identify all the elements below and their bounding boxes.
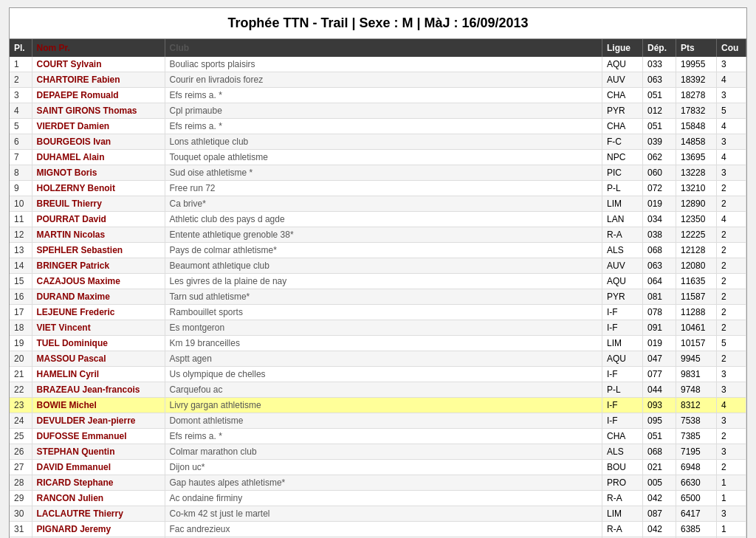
- table-row: 6BOURGEOIS IvanLons athletique clubF-C03…: [10, 134, 746, 150]
- table-cell: 27: [10, 460, 32, 475]
- table-cell: 068: [643, 243, 676, 258]
- header-cou: Cou: [717, 39, 746, 57]
- table-cell: R-A: [602, 491, 643, 506]
- table-cell: 8: [10, 165, 32, 181]
- table-cell: 4: [717, 150, 746, 165]
- table-cell: LIM: [602, 336, 643, 351]
- table-cell: 012: [643, 103, 676, 119]
- table-row: 1COURT SylvainBouliac sports plaisirsAQU…: [10, 57, 746, 72]
- table-cell: 10: [10, 196, 32, 212]
- athlete-name: BRAZEAU Jean-francois: [32, 382, 165, 398]
- table-cell: 9748: [676, 382, 717, 398]
- table-cell: 2: [717, 429, 746, 444]
- table-cell: 2: [717, 351, 746, 367]
- table-cell: 13: [10, 243, 32, 258]
- table-body: 1COURT SylvainBouliac sports plaisirsAQU…: [10, 57, 746, 538]
- club-name: Dijon uc*: [165, 460, 602, 475]
- table-cell: I-F: [602, 305, 643, 320]
- table-cell: 042: [643, 522, 676, 537]
- club-name: Beaumont athletique club: [165, 258, 602, 274]
- club-name: Domont athletisme: [165, 413, 602, 429]
- table-cell: 31: [10, 522, 32, 537]
- table-cell: 25: [10, 429, 32, 444]
- table-cell: 22: [10, 382, 32, 398]
- table-cell: AQU: [602, 274, 643, 289]
- table-row: 4SAINT GIRONS ThomasCpl primaubePYR01217…: [10, 103, 746, 119]
- athlete-name: MIGNOT Boris: [32, 165, 165, 181]
- table-cell: 051: [643, 429, 676, 444]
- table-cell: 6: [10, 134, 32, 150]
- table-cell: CHA: [602, 429, 643, 444]
- table-cell: 4: [717, 398, 746, 413]
- table-cell: 2: [717, 258, 746, 274]
- club-name: Carquefou ac: [165, 382, 602, 398]
- table-row: 15CAZAJOUS MaximeLes givres de la plaine…: [10, 274, 746, 289]
- table-cell: 060: [643, 165, 676, 181]
- table-cell: 2: [717, 274, 746, 289]
- table-cell: 10157: [676, 336, 717, 351]
- athlete-name: DEPAEPE Romuald: [32, 88, 165, 103]
- club-name: Colmar marathon club: [165, 444, 602, 460]
- table-cell: AQU: [602, 351, 643, 367]
- athlete-name: LEJEUNE Frederic: [32, 305, 165, 320]
- table-row: 3DEPAEPE RomualdEfs reims a. *CHA0511827…: [10, 88, 746, 103]
- table-row: 25DUFOSSE EmmanuelEfs reims a. *CHA05173…: [10, 429, 746, 444]
- table-cell: 15848: [676, 119, 717, 134]
- table-row: 30LACLAUTRE ThierryCo-km 42 st just le m…: [10, 506, 746, 522]
- club-name: Co-km 42 st just le martel: [165, 506, 602, 522]
- club-name: Les givres de la plaine de nay: [165, 274, 602, 289]
- table-cell: AUV: [602, 258, 643, 274]
- table-cell: 005: [643, 475, 676, 491]
- results-table: Pl. Nom Pr. Club Ligue Dép. Pts Cou 1COU…: [10, 39, 746, 538]
- main-container: Trophée TTN - Trail | Sexe : M | MàJ : 1…: [9, 7, 747, 538]
- table-cell: 087: [643, 506, 676, 522]
- header-pts: Pts: [676, 39, 717, 57]
- table-cell: 12: [10, 227, 32, 243]
- table-cell: 4: [717, 72, 746, 88]
- club-name: Sud oise athletisme *: [165, 165, 602, 181]
- table-row: 5VIERDET DamienEfs reims a. *CHA05115848…: [10, 119, 746, 134]
- table-cell: 1: [717, 491, 746, 506]
- club-name: Entente athletique grenoble 38*: [165, 227, 602, 243]
- athlete-name: VIERDET Damien: [32, 119, 165, 134]
- table-row: 19TUEL DominiqueKm 19 branceillesLIM0191…: [10, 336, 746, 351]
- table-row: 27DAVID EmmanuelDijon uc*BOU02169482: [10, 460, 746, 475]
- table-cell: 13228: [676, 165, 717, 181]
- table-row: 14BRINGER PatrickBeaumont athletique clu…: [10, 258, 746, 274]
- club-name: Es montgeron: [165, 320, 602, 336]
- table-cell: 3: [717, 57, 746, 72]
- table-cell: 042: [643, 491, 676, 506]
- table-cell: 047: [643, 351, 676, 367]
- table-cell: 077: [643, 367, 676, 382]
- table-cell: 12890: [676, 196, 717, 212]
- table-row: 24DEVULDER Jean-pierreDomont athletismeI…: [10, 413, 746, 429]
- athlete-name: RICARD Stephane: [32, 475, 165, 491]
- table-cell: 12128: [676, 243, 717, 258]
- table-cell: 19: [10, 336, 32, 351]
- table-cell: 11635: [676, 274, 717, 289]
- athlete-name: CHARTOIRE Fabien: [32, 72, 165, 88]
- table-cell: 2: [717, 243, 746, 258]
- athlete-name: VIET Vincent: [32, 320, 165, 336]
- table-cell: 18: [10, 320, 32, 336]
- table-cell: 17: [10, 305, 32, 320]
- table-header-row: Pl. Nom Pr. Club Ligue Dép. Pts Cou: [10, 39, 746, 57]
- table-cell: 10461: [676, 320, 717, 336]
- athlete-name: DAVID Emmanuel: [32, 460, 165, 475]
- table-cell: F-C: [602, 134, 643, 150]
- table-cell: 081: [643, 289, 676, 305]
- club-name: Touquet opale athletisme: [165, 150, 602, 165]
- table-cell: PYR: [602, 289, 643, 305]
- club-name: Fac andrezieux: [165, 522, 602, 537]
- table-cell: 021: [643, 460, 676, 475]
- table-row: 29RANCON JulienAc ondaine firminyR-A0426…: [10, 491, 746, 506]
- table-cell: LIM: [602, 506, 643, 522]
- table-row: 8MIGNOT BorisSud oise athletisme *PIC060…: [10, 165, 746, 181]
- table-row: 26STEPHAN QuentinColmar marathon clubALS…: [10, 444, 746, 460]
- athlete-name: BOWIE Michel: [32, 398, 165, 413]
- athlete-name: MARTIN Nicolas: [32, 227, 165, 243]
- table-cell: 6630: [676, 475, 717, 491]
- table-cell: I-F: [602, 367, 643, 382]
- page-title: Trophée TTN - Trail | Sexe : M | MàJ : 1…: [10, 8, 746, 39]
- athlete-name: CAZAJOUS Maxime: [32, 274, 165, 289]
